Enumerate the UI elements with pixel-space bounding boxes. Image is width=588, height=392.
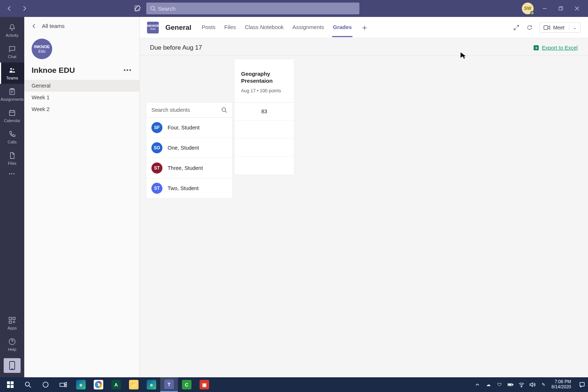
task-view-button[interactable] xyxy=(54,377,72,392)
tab-assignments[interactable]: Assignments xyxy=(292,18,325,37)
rail-more[interactable]: ••• xyxy=(0,169,24,178)
grade-cell[interactable] xyxy=(234,157,294,175)
nav-back-icon[interactable] xyxy=(7,6,12,11)
taskbar-clock[interactable]: 7:06 PM 8/14/2020 xyxy=(552,379,571,390)
rail-label: Apps xyxy=(7,326,17,330)
search-icon xyxy=(150,6,156,11)
security-icon[interactable]: 🛡 xyxy=(496,382,502,388)
svg-point-28 xyxy=(521,386,522,387)
tray-chevron-icon[interactable] xyxy=(474,382,480,388)
taskbar-app-explorer[interactable]: 📁 xyxy=(125,377,143,392)
rail-apps[interactable]: Apps xyxy=(0,313,24,334)
all-teams-back[interactable]: All teams xyxy=(24,17,139,35)
student-avatar: SO xyxy=(151,142,162,153)
svg-point-13 xyxy=(222,108,226,111)
tab-posts[interactable]: Posts xyxy=(201,18,216,37)
search-students-placeholder: Search students xyxy=(151,107,190,113)
tab-grades[interactable]: Grades xyxy=(332,18,353,37)
chrome-icon xyxy=(94,380,103,389)
taskbar-app-camtasia[interactable]: C xyxy=(178,377,196,392)
channel-item[interactable]: Week 2 xyxy=(24,103,139,115)
rail-calendar[interactable]: Calendar xyxy=(0,105,24,126)
svg-rect-7 xyxy=(9,317,11,320)
chevron-down-icon[interactable]: ⌄ xyxy=(569,25,577,30)
search-bar[interactable] xyxy=(146,3,359,14)
rail-chat[interactable]: Chat xyxy=(0,41,24,63)
back-label: All teams xyxy=(42,23,65,29)
cortana-button[interactable] xyxy=(37,377,54,392)
rail-label: Calendar xyxy=(4,118,21,123)
wifi-icon[interactable] xyxy=(519,382,524,388)
taskbar-app-rec[interactable]: ▣ xyxy=(196,377,213,392)
export-to-excel-link[interactable]: x Export to Excel xyxy=(534,45,578,51)
grade-cell[interactable]: 83 xyxy=(234,103,294,121)
student-row[interactable]: SFFour, Student xyxy=(146,118,232,138)
battery-icon[interactable] xyxy=(508,382,513,388)
edge-icon: e xyxy=(76,380,86,389)
notifications-icon[interactable] xyxy=(579,382,585,388)
rail-files[interactable]: Files xyxy=(0,148,24,169)
svg-rect-20 xyxy=(60,383,64,386)
assignment-header[interactable]: Geography Presentaion Aug 17 • 100 point… xyxy=(234,59,294,103)
channel-item[interactable]: General xyxy=(24,80,139,92)
team-avatar: INKNOE Edu xyxy=(32,39,52,59)
minimize-button[interactable] xyxy=(542,6,550,11)
svg-rect-26 xyxy=(512,384,513,385)
team-more-button[interactable]: ••• xyxy=(123,67,132,74)
student-name: One, Student xyxy=(168,145,199,151)
taskbar-app-edge2[interactable]: e xyxy=(143,377,160,392)
app-icon: C xyxy=(182,380,191,389)
apps-icon xyxy=(8,316,16,324)
user-avatar[interactable]: SW xyxy=(522,3,534,14)
expand-icon[interactable] xyxy=(513,24,520,31)
taskbar-app-chrome[interactable] xyxy=(90,377,107,392)
svg-rect-29 xyxy=(580,382,584,386)
files-icon xyxy=(8,152,16,160)
grade-cell[interactable] xyxy=(234,121,294,139)
students-column: Search students SFFour, StudentSOOne, St… xyxy=(146,103,232,198)
student-avatar: SF xyxy=(151,122,162,133)
main-area: INKNOE Edu General Posts Files Class Not… xyxy=(140,17,588,377)
rail-activity[interactable]: Activity xyxy=(0,20,24,41)
ink-icon[interactable]: ✎ xyxy=(541,382,546,388)
rail-label: Help xyxy=(8,347,17,352)
start-button[interactable] xyxy=(1,377,19,392)
tab-files[interactable]: Files xyxy=(223,18,237,37)
taskbar-search[interactable] xyxy=(19,377,37,392)
nav-forward-icon[interactable] xyxy=(21,6,27,11)
search-icon xyxy=(221,107,227,113)
taskbar-app[interactable]: A xyxy=(107,377,125,392)
student-row[interactable]: SOOne, Student xyxy=(146,138,232,158)
app-rail: Activity Chat Teams Assignments Calendar… xyxy=(0,17,24,377)
student-row[interactable]: STTwo, Student xyxy=(146,178,232,198)
rail-device-button[interactable] xyxy=(4,358,21,373)
refresh-icon[interactable] xyxy=(526,24,533,31)
onedrive-icon[interactable]: ☁ xyxy=(485,382,491,388)
rail-calls[interactable]: Calls xyxy=(0,126,24,148)
student-row[interactable]: STThree, Student xyxy=(146,158,232,178)
taskbar-app-teams[interactable]: T xyxy=(160,377,178,392)
volume-icon[interactable] xyxy=(530,382,535,388)
taskbar-app-edge[interactable]: e xyxy=(72,377,90,392)
student-search[interactable]: Search students xyxy=(146,103,232,118)
rail-label: Files xyxy=(8,161,16,165)
rail-teams[interactable]: Teams xyxy=(0,63,24,84)
channel-name: General xyxy=(165,24,191,32)
cortana-icon xyxy=(42,381,49,388)
maximize-button[interactable] xyxy=(559,6,566,11)
search-input[interactable] xyxy=(158,6,356,12)
add-tab-button[interactable]: ＋ xyxy=(361,22,369,33)
rail-help[interactable]: Help xyxy=(0,334,24,355)
assignment-meta: Aug 17 • 100 points xyxy=(241,88,287,93)
rail-label: Activity xyxy=(6,33,19,38)
meet-button[interactable]: Meet ⌄ xyxy=(539,22,581,33)
compose-button[interactable] xyxy=(130,2,145,15)
grade-cell[interactable] xyxy=(234,139,294,157)
title-bar: SW xyxy=(0,0,588,17)
rail-assignments[interactable]: Assignments xyxy=(0,84,24,105)
rail-label: Teams xyxy=(6,76,18,80)
more-icon: ••• xyxy=(9,171,15,176)
close-button[interactable] xyxy=(575,6,582,11)
tab-class-notebook[interactable]: Class Notebook xyxy=(244,18,284,37)
channel-item[interactable]: Week 1 xyxy=(24,92,139,103)
